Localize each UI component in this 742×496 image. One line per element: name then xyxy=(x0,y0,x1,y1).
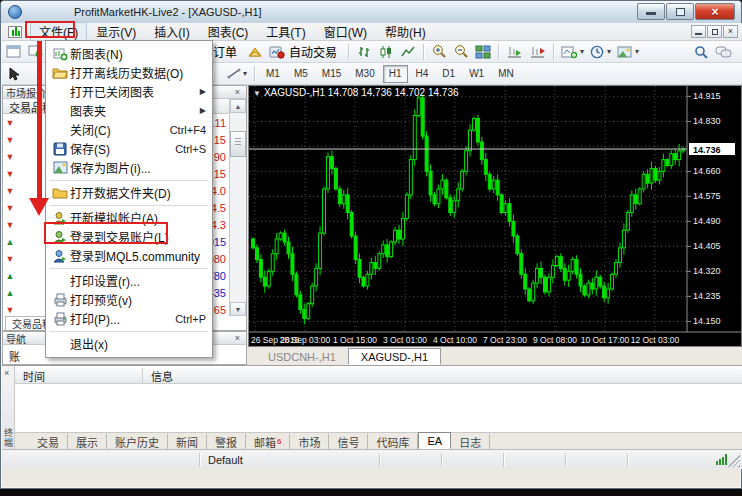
account-mql5-icon xyxy=(50,248,70,264)
scroll-down-icon[interactable]: ▼ xyxy=(230,302,246,316)
timeframe-d1-button[interactable]: D1 xyxy=(436,65,461,83)
dropdown-arrow-icon: ▾ xyxy=(243,69,247,78)
svg-text:14.490: 14.490 xyxy=(693,216,721,226)
menu-item-2[interactable]: 插入(I) xyxy=(145,22,198,41)
timeframe-m1-button[interactable]: M1 xyxy=(260,65,286,83)
menu-item-label: 关闭(C) xyxy=(70,121,162,138)
terminal-tab-市场[interactable]: 市场 xyxy=(290,434,329,449)
svg-text:14.320: 14.320 xyxy=(693,266,721,276)
file-menu-item-12[interactable]: 登录到MQL5.community xyxy=(46,246,212,265)
timeframe-mn-button[interactable]: MN xyxy=(492,65,520,83)
menu-item-3[interactable]: 图表(C) xyxy=(199,22,258,41)
periods-button[interactable]: ▾ xyxy=(587,42,614,62)
menu-item-4[interactable]: 工具(T) xyxy=(257,22,314,41)
line-tools-dropdown[interactable]: ▾ xyxy=(224,64,250,84)
auto-trading-button[interactable]: 自动交易 xyxy=(266,42,344,62)
chart-shift-icon[interactable] xyxy=(526,42,549,62)
file-menu-item-6[interactable]: 保存为图片(i)... xyxy=(46,158,212,177)
file-menu-item-5[interactable]: 保存(S)Ctrl+S xyxy=(46,139,212,158)
chart-title: ▼XAGUSD-,H1 14.708 14.736 14.702 14.736 xyxy=(253,87,459,98)
search-symbol-icon[interactable] xyxy=(690,42,712,62)
menu-item-spacer xyxy=(50,103,70,119)
mdi-close-button[interactable]: × xyxy=(723,25,738,38)
file-menu-item-1[interactable]: 打开离线历史数据(O) xyxy=(46,63,212,82)
column-header-message[interactable]: 信息 xyxy=(143,368,742,384)
restore-button[interactable] xyxy=(666,3,694,20)
terminal-side-tab[interactable]: 终端 xyxy=(2,428,15,448)
menu-item-6[interactable]: 帮助(H) xyxy=(376,22,435,41)
menu-bar: 文件(F)显示(V)插入(I)图表(C)工具(T)窗口(W)帮助(H) × xyxy=(2,23,742,41)
price-down-arrow-icon: ▼ xyxy=(3,152,17,162)
file-menu-item-0[interactable]: 新图表(N) xyxy=(46,44,212,63)
column-header-time[interactable]: 时间 xyxy=(15,368,143,384)
mdi-minimize-button[interactable] xyxy=(691,25,706,38)
mdi-restore-button[interactable] xyxy=(707,25,722,38)
chart-tab-usdcnhh1[interactable]: USDCNH-,H1 xyxy=(256,349,348,365)
minimize-button[interactable] xyxy=(637,3,665,20)
file-menu-item-3[interactable]: 图表夹▶ xyxy=(46,101,212,120)
candlestick-mode-icon[interactable] xyxy=(375,42,397,62)
bar-chart-mode-icon[interactable] xyxy=(353,42,375,62)
terminal-tab-新闻[interactable]: 新闻 xyxy=(168,434,207,449)
annotation-box-file-menu xyxy=(25,21,75,38)
menu-item-label: 保存(S) xyxy=(70,140,167,157)
zoom-in-icon[interactable] xyxy=(428,42,450,62)
file-menu-item-8[interactable]: 打开数据文件夹(D) xyxy=(46,183,212,202)
templates-button[interactable]: ▾ xyxy=(614,42,642,62)
svg-text:7 Oct 23:00: 7 Oct 23:00 xyxy=(483,335,527,345)
zoom-out-icon[interactable] xyxy=(450,42,472,62)
close-icon[interactable]: × xyxy=(4,368,9,378)
timeframe-m5-button[interactable]: M5 xyxy=(288,65,314,83)
menu-item-label: 打印(P)... xyxy=(70,310,167,327)
restore-icon xyxy=(676,8,685,16)
terminal-tab-交易[interactable]: 交易 xyxy=(29,434,68,449)
mdi-window-icon[interactable] xyxy=(2,42,24,62)
file-menu-item-2[interactable]: 打开已关闭图表▶ xyxy=(46,82,212,101)
chart-tab-xagusdh1[interactable]: XAGUSD-,H1 xyxy=(348,348,441,365)
menu-item-5[interactable]: 窗口(W) xyxy=(315,22,376,41)
status-field xyxy=(504,453,566,467)
indicators-button[interactable]: ▾ xyxy=(558,42,587,62)
navigator-title: 导航 xyxy=(6,331,26,346)
status-profile[interactable]: Default xyxy=(200,453,380,467)
chart-window[interactable]: ▼XAGUSD-,H1 14.708 14.736 14.702 14.736 … xyxy=(248,85,742,347)
timeframe-m30-button[interactable]: M30 xyxy=(349,65,380,83)
timeframe-h4-button[interactable]: H4 xyxy=(410,65,435,83)
file-menu-item-16[interactable]: 打印(P)...Ctrl+P xyxy=(46,309,212,328)
file-menu-item-4[interactable]: 关闭(C)Ctrl+F4 xyxy=(46,120,212,139)
auto-scroll-icon[interactable] xyxy=(503,42,526,62)
terminal-tab-代码库[interactable]: 代码库 xyxy=(368,434,418,449)
resize-grip[interactable] xyxy=(728,455,740,467)
terminal-tab-展示[interactable]: 展示 xyxy=(68,434,107,449)
metaeditor-icon[interactable] xyxy=(244,42,266,62)
scroll-up-icon[interactable]: ▲ xyxy=(230,99,246,113)
terminal-tab-邮箱[interactable]: 邮箱6 xyxy=(246,434,290,449)
close-icon[interactable]: × xyxy=(232,333,243,343)
menu-item-1[interactable]: 显示(V) xyxy=(87,22,145,41)
chart-system-icon[interactable] xyxy=(8,26,22,38)
close-icon[interactable]: × xyxy=(232,87,243,97)
file-menu-item-18[interactable]: 退出(x) xyxy=(46,334,212,353)
menu-item-label: 打印设置(r)... xyxy=(70,272,206,289)
terminal-tab-警报[interactable]: 警报 xyxy=(207,434,246,449)
scrollbar-thumb[interactable] xyxy=(230,131,246,157)
terminal-tab-日志[interactable]: 日志 xyxy=(451,434,490,449)
collapse-icon[interactable]: ▼ xyxy=(253,89,261,98)
community-chat-icon[interactable] xyxy=(712,42,736,62)
line-chart-mode-icon[interactable] xyxy=(397,42,419,62)
chart-tab-bar: USDCNH-,H1XAGUSD-,H1 xyxy=(248,347,742,365)
close-button[interactable]: × xyxy=(695,3,735,20)
file-menu-item-15[interactable]: 打印预览(v) xyxy=(46,290,212,309)
terminal-tab-ea[interactable]: EA xyxy=(418,432,451,449)
terminal-tab-信号[interactable]: 信号 xyxy=(329,434,368,449)
terminal-tab-账户历史[interactable]: 账户历史 xyxy=(107,434,168,449)
market-watch-scrollbar[interactable]: ▲ ▼ xyxy=(229,99,246,316)
timeframe-w1-button[interactable]: W1 xyxy=(463,65,490,83)
new-window-icon[interactable] xyxy=(24,42,46,62)
cursor-tool-icon[interactable] xyxy=(2,64,24,84)
file-menu-item-14[interactable]: 打印设置(r)... xyxy=(46,271,212,290)
timeframe-h1-button[interactable]: H1 xyxy=(383,65,408,83)
dropdown-arrow-icon: ▾ xyxy=(607,47,611,56)
timeframe-m15-button[interactable]: M15 xyxy=(316,65,347,83)
tile-windows-icon[interactable] xyxy=(472,42,494,62)
